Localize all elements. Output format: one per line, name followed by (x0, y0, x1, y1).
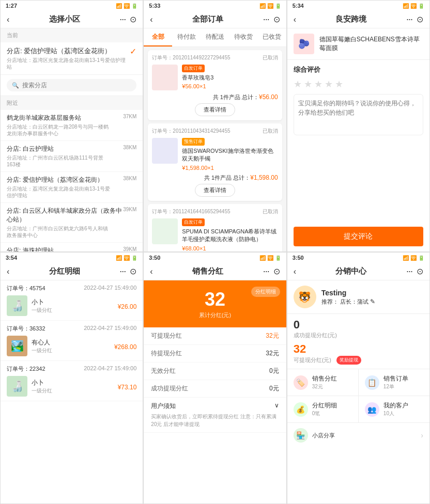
dividend-product-img: 🍶 (7, 376, 27, 397)
star-2[interactable]: ★ (304, 78, 312, 90)
invalid-label: 无效分红 (151, 367, 176, 375)
list-item[interactable]: 分店: 爱信护理站（荔湾区金花街） 分店地址：荔湾区光复北路金花街南13-1号爱… (1, 172, 143, 203)
stats-orange-label-row: 可提现分红(元) 奖励提现 (294, 356, 423, 365)
order-product: 预售订单 德国SWAROVSKI施华洛世奇渐变色双天鹅手镯 ¥1,598.00×… (152, 138, 278, 171)
store-addr: 分店地址：广州市白云区鹤龙六路6号人和镇政务服务中心 (7, 225, 110, 239)
current-store-item[interactable]: 分店: 爱信护理站（荔湾区金花街） 分店地址：荔湾区光复北路金花街南13-1号爱… (1, 42, 143, 75)
cell-orders-value: 12单 (383, 383, 408, 390)
star-rating[interactable]: ★ ★ ★ ★ ★ (294, 78, 423, 90)
nearby-list: 鹤龙街羊城家政基层服务站 分店地址：白云区鹤龙一路208号与同一楼鹤龙街渐办事群… (1, 110, 143, 251)
status-icons-5: 📶 🛜 🔋 (259, 255, 281, 261)
current-store-name: 分店: 爱信护理站（荔湾区金花街） (7, 46, 130, 56)
scan-icon-1[interactable]: ⊙ (130, 14, 136, 24)
tab-pending-pay[interactable]: 待付款 (172, 28, 201, 46)
list-item: 订单号：45754 2022-04-27 15:49:00 🍶 小卜 一级分红 … (1, 280, 143, 321)
star-1[interactable]: ★ (294, 78, 302, 90)
dividend-level: 一级分红 (32, 307, 52, 314)
order-total-label: 共 1件产品 总计： (213, 93, 259, 101)
store-name: 分店: 爱信护理站（荔湾区金花街） (7, 176, 110, 184)
order-total-value: ¥56.00 (259, 93, 278, 101)
cell-sales-info: 销售分红 32元 (312, 374, 337, 390)
edit-icon[interactable]: ✎ (370, 298, 375, 305)
grid-cell-sales-orders[interactable]: 📋 销售订单 12单 (359, 369, 429, 396)
nav-title-6: 分销中心 (296, 266, 406, 276)
current-label: 当前 (1, 28, 143, 42)
share-icon: 🏪 (294, 428, 308, 443)
scan-icon-5[interactable]: ⊙ (273, 266, 280, 276)
order-card: 订单号：20120114492227294455 已取消 自发订单 香草玫瑰皂3… (148, 50, 282, 120)
more-icon-5[interactable]: ··· (263, 266, 269, 277)
share-row[interactable]: 🏪 小店分享 › (287, 422, 429, 448)
grid-cell-sales-dividend[interactable]: 🏷️ 销售分红 32元 (287, 369, 358, 396)
more-icon-3[interactable]: ··· (406, 14, 412, 25)
grid-cell-dividend-detail[interactable]: 💰 分红明细 0笔 (287, 396, 358, 422)
dividend-date: 2022-04-27 15:49:00 (84, 285, 136, 292)
cell-detail-info: 分红明细 0笔 (312, 401, 337, 417)
view-detail-button[interactable]: 查看详情 (195, 184, 235, 197)
view-detail-button[interactable]: 查看详情 (195, 103, 235, 116)
list-item[interactable]: 分店: 海珠护理站 分店地址：广东华中路联执直街5号 39KM (1, 243, 143, 251)
notice-content: 买家确认收货后，立即积累待提现分红 注意：只有累满 20元 后才能申请提现 (151, 413, 279, 428)
order-no: 订单号：22342 (7, 365, 45, 373)
star-3[interactable]: ★ (314, 78, 323, 90)
dividend-header: 订单号：36332 2022-04-27 15:49:00 (7, 325, 136, 333)
search-bar: 🔍 (1, 75, 143, 96)
review-textarea[interactable] (298, 99, 419, 130)
search-wrap[interactable]: 🔍 (7, 79, 136, 91)
stats-zero-label: 成功提现分红(元) (294, 332, 423, 339)
grid-cell-my-customers[interactable]: 👥 我的客户 10人 (359, 396, 429, 422)
scan-icon-3[interactable]: ⊙ (417, 14, 423, 24)
search-input[interactable] (22, 82, 131, 89)
tab-all[interactable]: 全部 (144, 28, 172, 46)
more-icon-1[interactable]: ··· (119, 14, 126, 25)
tab-pending-deliver[interactable]: 待配送 (201, 28, 229, 46)
pending-row: 待提现分红 32元 (144, 345, 286, 363)
product-name: 德国SWAROVSKI施华洛世奇渐变色双天鹅手镯 (182, 147, 278, 163)
status-bar-3: 5:34 📶 🛜 🔋 (287, 1, 429, 11)
nav-bar-1: ‹ 选择小区 ··· ⊙ (1, 11, 143, 28)
notice-arrow[interactable]: ∨ (274, 402, 279, 411)
star-5[interactable]: ★ (335, 78, 343, 90)
sales-header: 32 累计分红(元) 分红明细 (144, 280, 286, 327)
nearby-label: 附近 (1, 96, 143, 110)
more-icon-2[interactable]: ··· (263, 14, 269, 25)
sales-info: 可提现分红 32元 待提现分红 32元 无效分红 0元 成功提现分红 0元 用户… (144, 327, 286, 503)
pending-value: 32元 (266, 349, 279, 358)
dividend-detail-button[interactable]: 分红明细 (251, 287, 280, 297)
withdraw-badge[interactable]: 奖励提现 (336, 356, 361, 365)
nav-title-1: 选择小区 (9, 14, 119, 24)
dividend-product-name: 小卜 (32, 379, 52, 387)
stats-orange-row: 32 (294, 342, 423, 356)
submit-review-button[interactable]: 提交评论 (294, 227, 423, 246)
tab-pending-receive[interactable]: 待收货 (229, 28, 258, 46)
order-footer: 共 1件产品 总计： ¥56.00 (152, 93, 278, 101)
nav-bar-4: ‹ 分红明细 ··· ⊙ (1, 263, 143, 280)
dividend-detail-icon: 💰 (294, 402, 308, 417)
tab-received[interactable]: 已收货 (258, 28, 286, 46)
status-bar-2: 5:33 📶 🛜 🔋 (144, 1, 286, 11)
list-item[interactable]: 鹤龙街羊城家政基层服务站 分店地址：白云区鹤龙一路208号与同一楼鹤龙街渐办事群… (1, 110, 143, 141)
sales-orders-icon: 📋 (365, 375, 379, 390)
order-number: 订单号：20120114492227294455 (152, 54, 230, 61)
battery-icon: 🔋 (131, 255, 137, 261)
scan-icon-6[interactable]: ⊙ (417, 266, 423, 276)
cell-customers-value: 10人 (383, 410, 408, 417)
more-icon-6[interactable]: ··· (406, 266, 412, 277)
more-icon-4[interactable]: ··· (119, 266, 126, 277)
cell-detail-value: 0笔 (312, 410, 337, 417)
scan-icon-2[interactable]: ⊙ (273, 14, 280, 24)
list-item[interactable]: 分店: 白云护理站 分店地址：广州市白云区机场路111号背景163楼 38KM (1, 141, 143, 172)
distributor-sub: 推荐： 店长：蒲试 ✎ (321, 298, 375, 306)
store-addr: 分店地址：广州市白云区机场路111号背景163楼 (7, 154, 110, 168)
dividend-list: 订单号：45754 2022-04-27 15:49:00 🍶 小卜 一级分红 … (1, 280, 143, 503)
product-info: 预售订单 德国SWAROVSKI施华洛世奇渐变色双天鹅手镯 ¥1,598.00×… (182, 138, 278, 171)
cell-sales-label: 销售分红 (312, 374, 337, 383)
order-header: 订单号：20112416441665294455 已取消 (152, 208, 278, 215)
scan-icon-4[interactable]: ⊙ (130, 266, 136, 276)
product-tag: 自发订单 (182, 65, 205, 72)
review-title: 综合评价 (294, 65, 423, 74)
dividend-product: 🏞️ 有心人 一级分红 ¥268.00 (7, 336, 136, 356)
status-bar-1: 1:27 📶 🛜 🔋 (1, 1, 143, 11)
list-item[interactable]: 分店: 白云区人和镇羊城家政分店（政务中心站） 分店地址：广州市白云区鹤龙六路6… (1, 203, 143, 243)
star-4[interactable]: ★ (325, 78, 333, 90)
